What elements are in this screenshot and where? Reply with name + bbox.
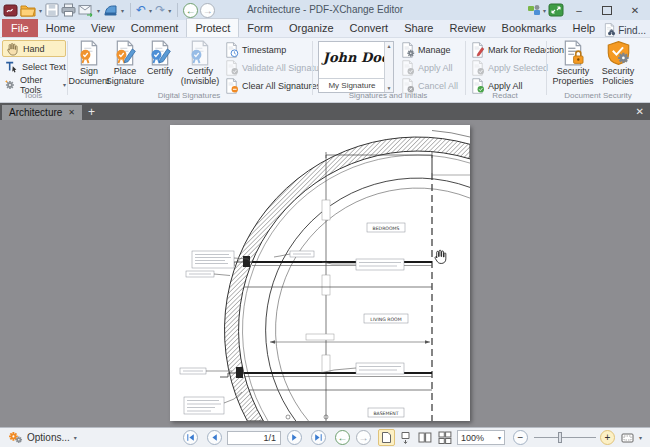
redo-dropdown-caret[interactable]: ▾ — [168, 7, 171, 14]
page-number-value: 1/1 — [227, 431, 281, 445]
tab-bookmarks[interactable]: Bookmarks — [494, 19, 565, 37]
options-caret: ▾ — [74, 434, 77, 441]
apply-selected-icon — [470, 60, 485, 76]
signature-preview: John Doe — [319, 50, 393, 65]
tab-protect[interactable]: Protect — [186, 18, 239, 37]
document-tab-bar: Architecture ✕ + ✕ — [0, 103, 650, 120]
app-logo-icon[interactable] — [3, 3, 18, 18]
security-policies-button[interactable]: Security Policies — [596, 40, 640, 96]
apply-all-signatures-button[interactable]: Apply All — [400, 59, 453, 76]
page-number-box[interactable]: 1/1 — [227, 428, 281, 447]
undo-dropdown-caret[interactable]: ▾ — [149, 7, 152, 14]
timestamp-button[interactable]: Timestamp — [224, 41, 286, 58]
certify-label: Certify — [147, 67, 173, 77]
layout-continuous-button[interactable] — [397, 428, 414, 447]
find-button[interactable]: Find... — [603, 23, 646, 37]
zoom-out-button[interactable]: − — [513, 428, 528, 447]
apply-selected-button[interactable]: Apply Selected — [470, 59, 548, 76]
security-properties-label: Security Properties — [551, 67, 595, 86]
certify-button[interactable]: Certify — [140, 40, 180, 96]
print-icon[interactable] — [61, 3, 76, 17]
clear-all-label: Clear All Signatures — [242, 81, 321, 91]
zoom-slider-thumb[interactable] — [558, 432, 562, 443]
email-dropdown-caret[interactable]: ▾ — [97, 7, 100, 14]
stamp-dropdown-caret[interactable]: ▾ — [121, 7, 124, 14]
select-text-button[interactable]: Select Text — [2, 58, 66, 75]
fit-page-button[interactable] — [621, 428, 634, 447]
open-file-icon[interactable] — [20, 3, 36, 17]
last-page-button[interactable] — [311, 428, 326, 447]
gallery-up-button[interactable]: ▲ — [387, 42, 392, 50]
minimize-button[interactable]: – — [566, 1, 592, 19]
fullscreen-icon[interactable] — [548, 3, 564, 17]
zoom-in-icon: + — [600, 430, 615, 445]
tab-convert[interactable]: Convert — [342, 19, 397, 37]
view-back-button[interactable]: ← — [335, 428, 350, 447]
first-page-button[interactable] — [183, 428, 198, 447]
group-label-tools: Tools — [0, 91, 66, 100]
tab-file[interactable]: File — [2, 19, 38, 37]
tab-home[interactable]: Home — [38, 19, 83, 37]
document-canvas[interactable]: BEDROOMS LIVING ROOM BASEMENT — [0, 120, 650, 427]
zoom-combo-caret: ▾ — [498, 434, 501, 441]
certify-invisible-button[interactable]: Certify (Invisible) — [177, 40, 223, 96]
view-forward-button[interactable]: → — [356, 428, 371, 447]
label-bedrooms: BEDROOMS — [373, 226, 400, 231]
pdf-page[interactable]: BEDROOMS LIVING ROOM BASEMENT — [170, 125, 470, 421]
place-signature-icon — [113, 40, 137, 66]
security-properties-button[interactable]: Security Properties — [551, 40, 595, 96]
history-back-button[interactable]: ← — [183, 3, 198, 18]
ui-options-caret[interactable]: ▾ — [543, 7, 546, 14]
label-living-room: LIVING ROOM — [370, 317, 401, 322]
email-icon[interactable] — [78, 4, 94, 17]
document-tab-architecture[interactable]: Architecture ✕ — [2, 105, 82, 120]
layout-two-pages-continuous-button[interactable] — [436, 428, 453, 447]
close-document-button[interactable]: ✕ — [636, 106, 650, 117]
zoom-in-button[interactable]: + — [600, 428, 615, 447]
tab-help[interactable]: Help — [565, 19, 604, 37]
validate-all-signatures-button[interactable]: Validate All Signatures — [224, 59, 331, 76]
find-icon — [603, 23, 616, 37]
options-button[interactable]: Options... ▾ — [6, 428, 77, 447]
document-tab-close-icon[interactable]: ✕ — [68, 108, 75, 117]
next-page-button[interactable] — [287, 428, 302, 447]
mark-for-redaction-button[interactable]: Mark for Redaction — [470, 41, 564, 58]
group-separator — [312, 41, 313, 95]
open-dropdown-caret[interactable]: ▾ — [39, 7, 42, 14]
ribbon-tab-bar: File Home View Comment Protect Form Orga… — [0, 20, 650, 38]
security-policies-icon — [606, 40, 631, 66]
group-separator — [546, 41, 547, 95]
tab-view[interactable]: View — [83, 19, 123, 37]
stamp-tool-icon[interactable] — [103, 3, 118, 17]
maximize-button[interactable] — [594, 1, 620, 19]
tab-form[interactable]: Form — [239, 19, 281, 37]
ui-options-icon[interactable] — [527, 4, 541, 17]
close-button[interactable]: ✕ — [622, 1, 648, 19]
other-tools-gear-icon — [4, 78, 16, 92]
zoom-slider[interactable] — [534, 428, 596, 447]
group-label-document-security: Document Security — [546, 91, 650, 100]
view-back-icon: ← — [335, 430, 350, 445]
tab-organize[interactable]: Organize — [281, 19, 342, 37]
history-forward-button[interactable]: → — [200, 3, 215, 18]
tab-review[interactable]: Review — [441, 19, 493, 37]
label-basement: BASEMENT — [373, 411, 398, 416]
layout-two-pages-button[interactable] — [416, 428, 433, 447]
other-tools-caret: ▾ — [63, 81, 66, 88]
hand-tool-button[interactable]: Hand — [2, 40, 66, 57]
save-icon[interactable] — [45, 3, 59, 17]
layout-single-page-button[interactable] — [378, 428, 395, 447]
manage-icon — [400, 42, 415, 58]
new-tab-button[interactable]: + — [88, 106, 95, 118]
signature-gallery[interactable]: John Doe My Signature ▲ ▼ — [318, 41, 394, 93]
manage-signatures-button[interactable]: Manage — [400, 41, 451, 58]
undo-icon[interactable]: ↶ — [136, 4, 146, 16]
previous-page-button[interactable] — [207, 428, 222, 447]
tab-comment[interactable]: Comment — [123, 19, 187, 37]
architecture-drawing: BEDROOMS LIVING ROOM BASEMENT — [170, 125, 470, 421]
redo-icon[interactable]: ↷ — [155, 4, 165, 16]
tab-share[interactable]: Share — [396, 19, 441, 37]
zoom-options-caret[interactable]: ▾ — [639, 428, 642, 447]
security-properties-icon — [561, 40, 585, 66]
zoom-level-combo[interactable]: 100%▾ — [457, 428, 505, 447]
